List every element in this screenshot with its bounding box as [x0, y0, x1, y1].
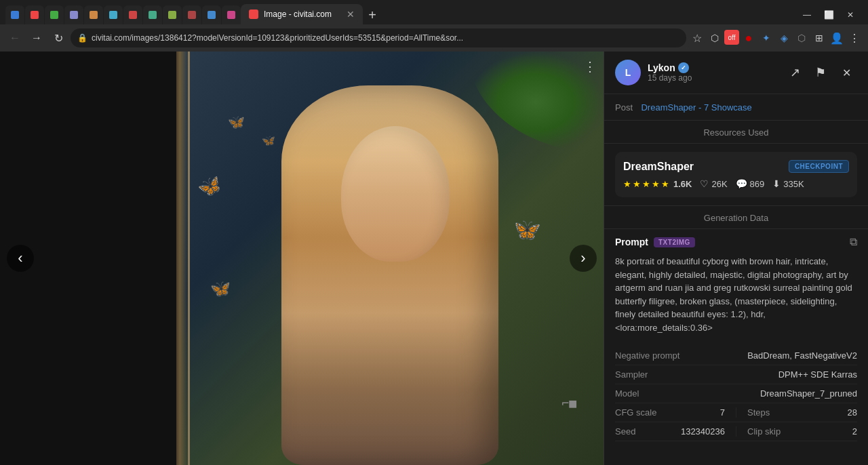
corner-icon: ⌐■: [561, 396, 576, 410]
cfg-steps-row: CFG scale 7 Steps 28: [615, 403, 857, 422]
active-tab[interactable]: Image - civitai.com ✕: [241, 4, 363, 24]
comments-stat: 💬 869: [736, 178, 765, 189]
left-panel: ‹: [0, 52, 176, 465]
flag-btn[interactable]: ⚑: [810, 62, 831, 83]
comment-icon: 💬: [736, 178, 747, 189]
star-rating: ★ ★ ★ ★ ★ 1.6K: [623, 179, 692, 189]
seed-col: Seed 132340236: [615, 426, 736, 437]
url-bar[interactable]: 🔒 civitai.com/images/1386412?modelVersio…: [71, 28, 686, 47]
browser-chrome: Image - civitai.com ✕ + — ⬜ ✕ ← → ↻ 🔒 ci…: [0, 0, 868, 52]
copy-prompt-btn[interactable]: ⧉: [850, 236, 857, 248]
window-frame: [176, 52, 190, 465]
more-options-btn[interactable]: ⋮: [583, 58, 597, 75]
ext-btn-5[interactable]: ⬡: [793, 30, 810, 46]
more-icon: ⋮: [583, 59, 597, 74]
tab-4[interactable]: [64, 5, 83, 24]
prompt-text: 8k portrait of beautiful cyborg with bro…: [604, 252, 868, 342]
tab-10[interactable]: [182, 5, 201, 24]
close-icon: ✕: [842, 66, 851, 79]
next-image-btn[interactable]: ›: [570, 245, 597, 272]
star-4: ★: [652, 179, 660, 189]
seed-value: 132340236: [681, 426, 725, 437]
prompt-label: Prompt: [615, 237, 648, 247]
tab-8[interactable]: [143, 5, 162, 24]
tab-title: Image - civitai.com: [264, 9, 341, 19]
tab-9[interactable]: [163, 5, 182, 24]
ext-btn-1[interactable]: off: [724, 30, 739, 45]
butterfly-2: 🦋: [228, 114, 245, 130]
username-text: Lykon: [648, 62, 675, 73]
nav-actions: ☆ ⬡ off ● ✦ ◈ ⬡ ⊞ 👤 ⋮: [689, 30, 863, 46]
txt2img-badge: TXT2IMG: [654, 237, 695, 247]
share-btn[interactable]: ↗: [784, 62, 806, 83]
navigation-bar: ← → ↻ 🔒 civitai.com/images/1386412?model…: [0, 24, 868, 52]
minimize-btn[interactable]: —: [797, 5, 816, 24]
ext-btn-3[interactable]: ✦: [758, 30, 774, 46]
flag-icon: ⚑: [815, 65, 826, 80]
star-1: ★: [623, 179, 631, 189]
right-arrow-icon: ›: [580, 249, 585, 267]
avatar-initials: L: [625, 67, 631, 78]
resource-header: DreamShaper CHECKPOINT: [623, 160, 849, 173]
back-btn[interactable]: ←: [5, 28, 24, 47]
user-avatar[interactable]: L: [615, 60, 641, 85]
profile-btn[interactable]: 👤: [829, 30, 845, 46]
tab-5[interactable]: [84, 5, 103, 24]
clip-skip-label: Clip skip: [747, 426, 781, 437]
share-page-btn[interactable]: ⬡: [707, 30, 723, 46]
tab-7[interactable]: [123, 5, 142, 24]
right-panel: L Lykon ✓ 15 days ago ↗ ⚑ ✕: [604, 52, 868, 465]
ext-btn-4[interactable]: ◈: [776, 30, 792, 46]
bookmark-btn[interactable]: ☆: [689, 30, 705, 46]
butterfly-1: 🦋: [195, 172, 224, 201]
verified-badge: ✓: [678, 62, 689, 73]
tab-favicon: [249, 9, 258, 19]
likes-count: 26K: [711, 179, 727, 189]
user-header: L Lykon ✓ 15 days ago ↗ ⚑ ✕: [604, 52, 868, 94]
reload-btn[interactable]: ↻: [49, 28, 68, 47]
prompt-row: Prompt TXT2IMG ⧉: [604, 229, 868, 252]
heart-icon: ♡: [700, 178, 709, 189]
sampler-label: Sampler: [615, 369, 648, 380]
image-panel: ⋮ 🦋 🦋 🦋 🦋 🦋 › ⌐■: [176, 52, 604, 465]
tab-2[interactable]: [25, 5, 44, 24]
tab-6[interactable]: [104, 5, 123, 24]
close-panel-btn[interactable]: ✕: [835, 62, 857, 83]
star-count: 1.6K: [673, 179, 692, 189]
resource-card[interactable]: DreamShaper CHECKPOINT ★ ★ ★ ★ ★ 1.6K ♡ …: [615, 152, 857, 197]
generation-section-title: Generation Data: [604, 205, 868, 229]
portrait-figure: [281, 85, 498, 465]
header-actions: ↗ ⚑ ✕: [784, 62, 857, 83]
clip-skip-value: 2: [852, 426, 857, 437]
tab-1[interactable]: [5, 5, 24, 24]
sampler-value: DPM++ SDE Karras: [778, 369, 857, 380]
metadata-grid: Negative prompt BadDream, FastNegativeV2…: [604, 342, 868, 445]
extensions-btn[interactable]: ⊞: [811, 30, 827, 46]
main-content: ‹ ⋮ 🦋 🦋 🦋 🦋 🦋 ›: [0, 52, 868, 465]
menu-btn[interactable]: ⋮: [846, 30, 863, 46]
cfg-col: CFG scale 7: [615, 407, 736, 418]
tab-close-btn[interactable]: ✕: [347, 9, 355, 20]
user-info: Lykon ✓ 15 days ago: [648, 62, 777, 83]
forward-btn[interactable]: →: [27, 28, 46, 47]
prev-image-btn[interactable]: ‹: [7, 245, 34, 272]
post-link[interactable]: DreamShaper - 7 Showcase: [641, 102, 751, 113]
maximize-btn[interactable]: ⬜: [819, 5, 838, 24]
seed-label: Seed: [615, 426, 635, 437]
negative-prompt-label: Negative prompt: [615, 350, 679, 361]
left-arrow-icon: ‹: [18, 249, 22, 267]
sampler-row: Sampler DPM++ SDE Karras: [615, 365, 857, 384]
cfg-value: 7: [720, 407, 725, 418]
portrait-face: [341, 126, 450, 262]
comments-count: 869: [750, 179, 765, 189]
close-window-btn[interactable]: ✕: [841, 5, 860, 24]
butterfly-3: 🦋: [210, 279, 231, 298]
model-value: DreamShaper_7_pruned: [760, 388, 857, 399]
tab-3[interactable]: [45, 5, 64, 24]
new-tab-btn[interactable]: +: [363, 5, 382, 24]
tab-11[interactable]: [202, 5, 221, 24]
model-row: Model DreamShaper_7_pruned: [615, 384, 857, 403]
ext-btn-2[interactable]: ●: [741, 30, 757, 46]
tab-12[interactable]: [222, 5, 241, 24]
steps-col: Steps 28: [736, 407, 857, 418]
